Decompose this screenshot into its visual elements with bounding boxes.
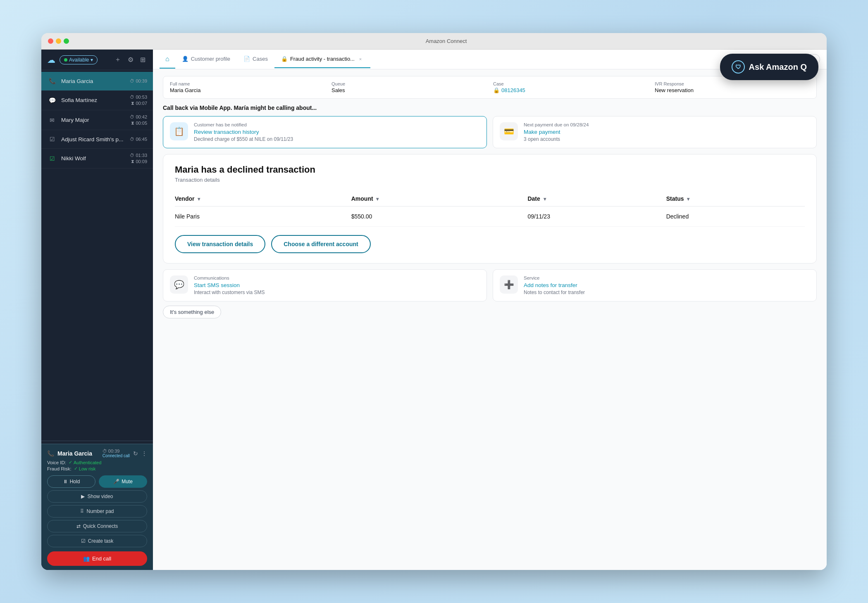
create-task-button[interactable]: ☑ Create task	[47, 535, 147, 547]
status-label: Available	[69, 57, 89, 63]
contact-item-mary-major[interactable]: ✉ Mary Major ⏱ 00:42 ⧗ 00:05	[41, 110, 153, 130]
start-sms-link[interactable]: Start SMS session	[194, 282, 240, 288]
tab-fraud-activity[interactable]: 🔒 Fraud activity - transactio... ×	[274, 51, 370, 68]
queue-value: Sales	[331, 87, 486, 93]
grid-button[interactable]: ⊞	[138, 55, 147, 65]
calling-about-heading: Call back via Mobile App. María might be…	[163, 104, 817, 111]
call-time-block: ⏱ 00:39 Connected call	[103, 449, 130, 458]
contact-name: Nikki Wolf	[61, 155, 126, 161]
chevron-down-icon: ▾	[91, 57, 93, 63]
transaction-table: Vendor ▾ Amount ▾ Date ▾ Status ▾	[175, 191, 805, 227]
suggestion-label: Next payment due on 09/28/24	[524, 122, 589, 127]
call-controls: ⏸ Hold 🎤 Mute	[47, 475, 147, 488]
suggestion-card-transfer[interactable]: ➕ Service Add notes for transfer Notes t…	[493, 269, 817, 302]
contact-item-maria-garcia[interactable]: 📞 Maria Garcia ⏱ 00:39	[41, 72, 153, 90]
contact-time2: ⧗ 00:07	[131, 100, 147, 106]
col-header-vendor[interactable]: Vendor ▾	[175, 191, 351, 207]
sort-icon-status: ▾	[687, 196, 689, 202]
show-video-button[interactable]: ▶ Show video	[47, 490, 147, 503]
col-header-date[interactable]: Date ▾	[527, 191, 666, 207]
mic-icon: 🎤	[113, 479, 119, 484]
fraud-status: Low risk	[79, 466, 95, 471]
info-ivr: IVR Response New reservation	[655, 81, 810, 93]
col-header-status[interactable]: Status ▾	[666, 191, 805, 207]
refresh-button[interactable]: ↻	[133, 450, 138, 457]
add-notes-link[interactable]: Add notes for transfer	[524, 282, 577, 288]
person-icon: 👤	[182, 56, 188, 62]
contact-item-adjust-ricard[interactable]: ☑ Adjust Ricard Smith's p... ⏱ 06:45	[41, 130, 153, 149]
contact-time1: ⏱ 00:53	[130, 95, 147, 100]
suggestion-label: Communications	[194, 275, 265, 280]
close-traffic-light[interactable]	[48, 38, 53, 44]
time-value: 00:42	[136, 114, 147, 119]
hourglass-icon: ⧗	[131, 100, 134, 106]
contact-time: ⏱ 00:39	[130, 78, 147, 83]
chat-icon: 💬	[47, 95, 57, 105]
transaction-icon: 📋	[170, 122, 188, 140]
view-transaction-details-button[interactable]: View transaction details	[175, 235, 265, 253]
hourglass-icon: ⧗	[131, 120, 134, 126]
something-else-label: It's something else	[170, 309, 214, 315]
pause-icon: ⏸	[63, 479, 68, 484]
lock-icon: 🔒	[281, 56, 288, 62]
transfer-icon: ➕	[500, 275, 518, 294]
suggestion-desc: Declined charge of $550 at NILE on 09/11…	[194, 136, 293, 142]
info-queue: Queue Sales	[331, 81, 486, 93]
time-value: 00:39	[136, 78, 147, 83]
settings-button[interactable]: ⚙	[126, 55, 135, 65]
email-icon: ✉	[47, 115, 57, 125]
time-value2: 00:07	[136, 101, 147, 106]
tab-customer-profile[interactable]: 👤 Customer profile	[175, 51, 237, 68]
more-options-button[interactable]: ⋮	[141, 450, 147, 457]
connect-icon: ⇄	[76, 523, 81, 529]
task-icon: ☑	[47, 134, 57, 144]
review-transaction-link[interactable]: Review transaction history	[194, 129, 259, 135]
add-contact-button[interactable]: ＋	[113, 55, 123, 65]
number-pad-button[interactable]: ⠿ Number pad	[47, 505, 147, 518]
connected-label: Connected call	[103, 453, 130, 458]
col-header-amount[interactable]: Amount ▾	[351, 191, 528, 207]
sort-icon-vendor: ▾	[198, 196, 200, 202]
browser-title: Amazon Connect	[72, 38, 820, 44]
keypad-icon: ⠿	[80, 508, 84, 514]
minimize-traffic-light[interactable]	[56, 38, 61, 44]
case-value[interactable]: 🔒 08126345	[493, 87, 648, 93]
mute-button[interactable]: 🎤 Mute	[99, 475, 147, 488]
content-area: Full name Maria Garcia Queue Sales Case …	[153, 69, 827, 570]
table-row: Nile Paris $550.00 09/11/23 Declined	[175, 207, 805, 227]
tab-home[interactable]: ⌂	[160, 50, 175, 69]
suggestion-desc: Interact with customers via SMS	[194, 290, 265, 295]
suggestion-text: Communications Start SMS session Interac…	[194, 275, 265, 295]
phone-icon: 📞	[47, 76, 57, 86]
contact-meta: ⏱ 00:42 ⧗ 00:05	[130, 114, 147, 126]
active-call-name: Maria Garcia	[57, 450, 99, 457]
fraud-details-card: Maria has a declined transaction Transac…	[163, 154, 817, 264]
maximize-traffic-light[interactable]	[64, 38, 69, 44]
status-badge[interactable]: Available ▾	[60, 55, 98, 64]
suggestion-card-sms[interactable]: 💬 Communications Start SMS session Inter…	[163, 269, 487, 302]
task-create-icon: ☑	[81, 538, 86, 544]
something-else-button[interactable]: It's something else	[163, 306, 221, 318]
tab-close-button[interactable]: ×	[357, 56, 364, 62]
hold-button[interactable]: ⏸ Hold	[47, 475, 95, 488]
info-full-name: Full name Maria Garcia	[170, 81, 325, 93]
phone-active-icon: 📞	[47, 450, 54, 457]
choose-different-account-button[interactable]: Choose a different account	[271, 235, 370, 253]
contact-item-sofia-martinez[interactable]: 💬 Sofia Martínez ⏱ 00:53 ⧗ 00:07	[41, 90, 153, 110]
bottom-suggestions: 💬 Communications Start SMS session Inter…	[163, 269, 817, 302]
suggestion-card-payment[interactable]: 💳 Next payment due on 09/28/24 Make paym…	[493, 116, 817, 148]
q-icon: 🛡	[732, 60, 745, 74]
auth-badge: ✓ Authenticated	[69, 460, 101, 465]
clock-icon: ⏱	[130, 78, 134, 83]
customer-info-bar: Full name Maria Garcia Queue Sales Case …	[163, 76, 817, 99]
end-call-button[interactable]: 👥 End call	[47, 551, 147, 566]
sort-icon-amount: ▾	[376, 196, 379, 202]
make-payment-link[interactable]: Make payment	[524, 129, 560, 135]
ask-amazon-q-button[interactable]: 🛡 Ask Amazon Q	[720, 54, 818, 80]
fraud-risk-label: Fraud Risk:	[47, 466, 72, 471]
contact-item-nikki-wolf[interactable]: ☑ Nikki Wolf ⏱ 01:33 ⧗ 00:09	[41, 149, 153, 169]
suggestion-card-transaction[interactable]: 📋 Customer has be notified Review transa…	[163, 116, 487, 148]
duration-value: 00:39	[108, 449, 120, 453]
quick-connects-button[interactable]: ⇄ Quick Connects	[47, 520, 147, 532]
tab-cases[interactable]: 📄 Cases	[237, 51, 274, 68]
